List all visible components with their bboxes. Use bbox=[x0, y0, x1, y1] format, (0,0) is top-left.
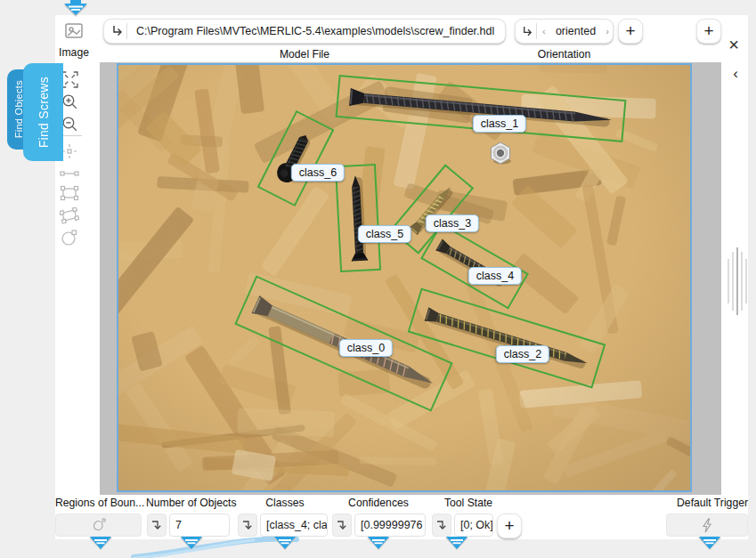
port-label-classes: Classes bbox=[239, 497, 331, 510]
detection-label: class_5 bbox=[358, 225, 411, 243]
field-divider bbox=[126, 23, 127, 39]
regions-output-connector[interactable] bbox=[89, 537, 112, 551]
orientation-value: oriented bbox=[549, 25, 603, 37]
number-output-connector[interactable] bbox=[180, 537, 203, 551]
model-file-label: Model File bbox=[103, 48, 506, 61]
port-label-confidences: Confidences bbox=[331, 497, 426, 510]
tab-find-screws-label: Find Screws bbox=[37, 77, 51, 148]
port-label-default-trigger: Default Trigger bbox=[648, 497, 748, 510]
orientation-prev-arrow[interactable]: ‹ bbox=[539, 26, 549, 36]
port-label-regions: Regions of Boun... bbox=[55, 497, 144, 510]
image-port-label: Image bbox=[52, 46, 96, 59]
draw-rectangle-icon[interactable] bbox=[59, 182, 80, 204]
confidences-output-connector[interactable] bbox=[367, 537, 390, 551]
port-label-number-of-objects: Number of Objects bbox=[146, 497, 239, 510]
draw-line-icon[interactable] bbox=[59, 163, 80, 184]
port-label-tool-state: Tool State bbox=[426, 497, 511, 510]
detection-label: class_4 bbox=[468, 267, 522, 285]
detection-label: class_6 bbox=[291, 164, 345, 182]
tab-find-screws[interactable]: Find Screws bbox=[23, 63, 63, 161]
add-tool-button[interactable]: + bbox=[696, 19, 721, 44]
detection-label: class_3 bbox=[426, 214, 479, 232]
detection-label: class_2 bbox=[496, 345, 549, 363]
enter-right-icon bbox=[516, 25, 534, 38]
tool-state-output-connector[interactable] bbox=[445, 537, 468, 551]
field-divider bbox=[536, 23, 537, 39]
splitter-grip[interactable] bbox=[727, 247, 748, 315]
trigger-output-connector[interactable] bbox=[698, 537, 721, 551]
classes-output-connector[interactable] bbox=[273, 537, 297, 551]
model-file-value: C:\Program Files\MVTec\MERLIC-5.4\exampl… bbox=[129, 25, 501, 37]
orientation-field[interactable]: ‹ oriented › bbox=[515, 19, 614, 44]
orientation-label: Orientation bbox=[515, 48, 614, 61]
collapse-panel-icon[interactable]: ‹ bbox=[727, 63, 744, 85]
draw-circle-icon[interactable] bbox=[59, 227, 80, 248]
detection-label: class_1 bbox=[473, 115, 526, 133]
enter-right-icon bbox=[104, 24, 125, 38]
camera-image[interactable]: class_0class_1class_2class_3class_4class… bbox=[117, 63, 692, 492]
detection-label: class_0 bbox=[339, 339, 393, 357]
orientation-next-arrow[interactable]: › bbox=[602, 26, 613, 36]
add-parameter-button[interactable]: + bbox=[618, 19, 643, 44]
draw-rotated-rectangle-icon[interactable] bbox=[59, 205, 80, 226]
image-input-connector[interactable] bbox=[62, 0, 89, 17]
model-file-field[interactable]: C:\Program Files\MVTec\MERLIC-5.4\exampl… bbox=[103, 19, 506, 44]
image-icon bbox=[63, 20, 85, 44]
close-icon[interactable]: × bbox=[723, 34, 744, 55]
